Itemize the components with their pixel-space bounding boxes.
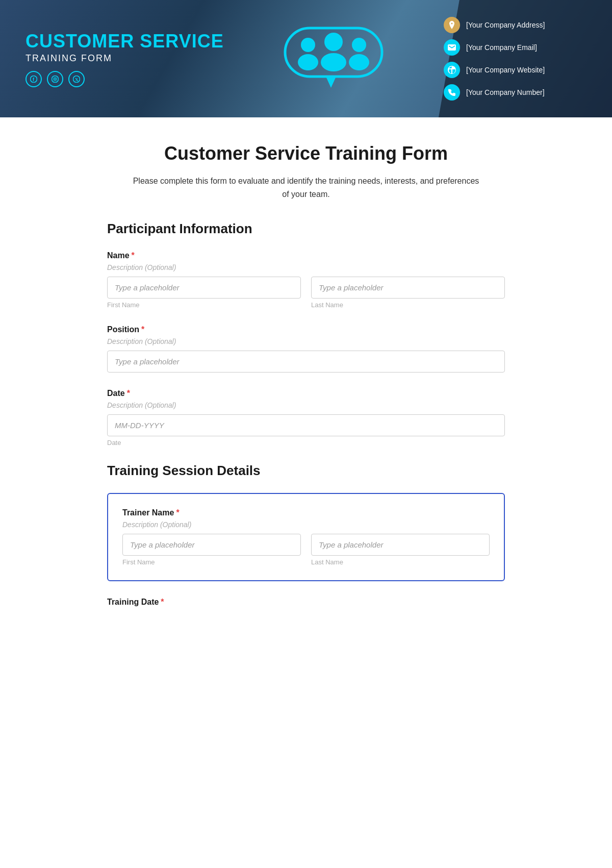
training-date-required-star: *: [161, 598, 164, 607]
trainer-last-sublabel: Last Name: [311, 558, 490, 566]
header-title-main: CUSTOMER SERVICE: [26, 31, 224, 52]
training-section-title: Training Session Details: [107, 463, 505, 479]
globe-icon: [444, 62, 460, 78]
first-name-sublabel: First Name: [107, 301, 301, 309]
email-icon: [444, 39, 460, 56]
contact-email-text: [Your Company Email]: [466, 43, 537, 52]
position-description: Description (Optional): [107, 337, 505, 345]
contact-address: [Your Company Address]: [444, 17, 586, 33]
position-input[interactable]: [107, 351, 505, 373]
contact-email: [Your Company Email]: [444, 39, 586, 56]
trainer-description: Description (Optional): [122, 520, 490, 529]
trainer-name-field-group: Trainer Name * Description (Optional) Fi…: [122, 508, 490, 566]
svg-point-5: [56, 78, 57, 78]
trainer-first-sublabel: First Name: [122, 558, 301, 566]
header-title-sub: TRAINING FORM: [26, 53, 224, 64]
phone-icon: [444, 84, 460, 101]
position-label: Position *: [107, 325, 505, 334]
name-label: Name *: [107, 251, 505, 260]
page-header: CUSTOMER SERVICE TRAINING FORM f: [0, 0, 612, 117]
header-left: CUSTOMER SERVICE TRAINING FORM f: [26, 31, 224, 87]
last-name-sublabel: Last Name: [311, 301, 505, 309]
trainer-first-name-wrap: First Name: [122, 534, 301, 566]
contact-address-text: [Your Company Address]: [466, 21, 545, 29]
last-name-input[interactable]: [311, 277, 505, 299]
trainer-first-name-input[interactable]: [122, 534, 301, 556]
training-date-label: Training Date *: [107, 598, 505, 607]
date-required-star: *: [127, 389, 130, 398]
svg-point-15: [349, 54, 369, 70]
trainer-last-name-wrap: Last Name: [311, 534, 490, 566]
last-name-wrap: Last Name: [311, 277, 505, 309]
date-wrap: Date: [107, 414, 505, 447]
trainer-required-star: *: [176, 508, 179, 517]
contact-phone-text: [Your Company Number]: [466, 88, 545, 96]
svg-rect-3: [54, 78, 57, 81]
form-title: Customer Service Training Form: [107, 143, 505, 164]
date-input[interactable]: [107, 414, 505, 436]
date-field-group: Date * Description (Optional) Date: [107, 389, 505, 447]
instagram-icon[interactable]: [47, 71, 63, 87]
svg-text:f: f: [33, 77, 35, 82]
date-description: Description (Optional): [107, 401, 505, 409]
contact-phone: [Your Company Number]: [444, 84, 586, 101]
svg-point-12: [324, 33, 343, 51]
header-right: [Your Company Address] [Your Company Ema…: [444, 17, 586, 101]
date-label: Date *: [107, 389, 505, 398]
name-field-group: Name * Description (Optional) First Name…: [107, 251, 505, 309]
trainer-field-row: First Name Last Name: [122, 534, 490, 566]
svg-point-13: [321, 53, 346, 71]
first-name-wrap: First Name: [107, 277, 301, 309]
form-description: Please complete this form to evaluate an…: [133, 175, 479, 201]
participant-section-title: Participant Information: [107, 221, 505, 237]
svg-marker-9: [326, 77, 336, 88]
main-content: Customer Service Training Form Please co…: [76, 117, 536, 649]
svg-text:𝕏: 𝕏: [75, 77, 79, 82]
contact-website: [Your Company Website]: [444, 62, 586, 78]
header-center: [224, 26, 444, 92]
svg-point-4: [55, 78, 56, 80]
location-icon: [444, 17, 460, 33]
svg-point-10: [301, 38, 315, 52]
name-required-star: *: [132, 251, 135, 260]
facebook-icon[interactable]: f: [26, 71, 42, 87]
trainer-name-card: Trainer Name * Description (Optional) Fi…: [107, 493, 505, 581]
name-field-row: First Name Last Name: [107, 277, 505, 309]
trainer-last-name-input[interactable]: [311, 534, 490, 556]
position-field-group: Position * Description (Optional): [107, 325, 505, 373]
team-illustration: [280, 26, 387, 92]
contact-website-text: [Your Company Website]: [466, 66, 545, 74]
training-section: Training Session Details Trainer Name * …: [107, 463, 505, 607]
header-social: f 𝕏: [26, 71, 224, 87]
svg-point-2: [52, 76, 59, 82]
participant-section: Participant Information Name * Descripti…: [107, 221, 505, 447]
svg-point-14: [352, 38, 366, 52]
trainer-name-label: Trainer Name *: [122, 508, 490, 517]
first-name-input[interactable]: [107, 277, 301, 299]
training-date-field-group: Training Date *: [107, 598, 505, 607]
svg-point-11: [298, 54, 318, 70]
twitter-icon[interactable]: 𝕏: [68, 71, 85, 87]
position-required-star: *: [141, 325, 144, 334]
date-sublabel: Date: [107, 439, 505, 447]
name-description: Description (Optional): [107, 263, 505, 271]
